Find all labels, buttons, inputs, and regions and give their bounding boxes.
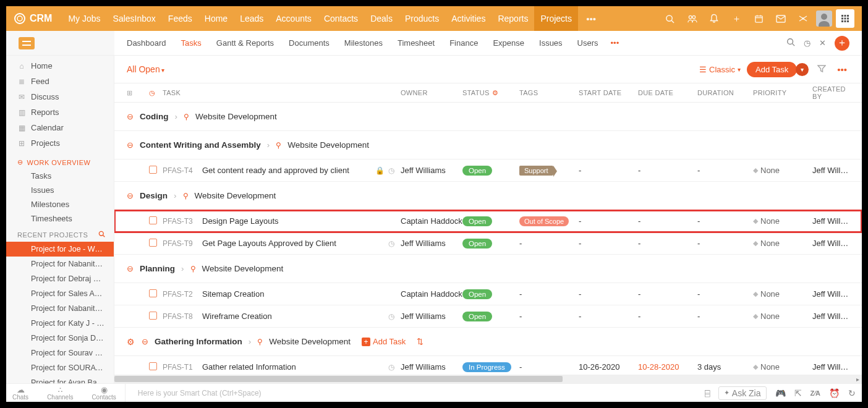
sidebar-item-calendar[interactable]: ▦Calendar — [6, 120, 114, 135]
sidebar-work-milestones[interactable]: Milestones — [6, 197, 114, 211]
status-settings-icon[interactable]: ⚙ — [492, 89, 498, 97]
column-config-icon[interactable]: ⊞ — [127, 89, 132, 97]
col-status[interactable]: STATUS⚙ — [462, 89, 519, 97]
task-checkbox[interactable] — [149, 216, 157, 224]
smart-chat-input[interactable]: Here is your Smart Chat (Ctrl+Space) — [125, 384, 696, 402]
subnav-gantt-reports[interactable]: Gantt & Reports — [216, 38, 274, 48]
task-group[interactable]: ⊖Planning›⚲Website Development — [114, 255, 862, 283]
task-name[interactable]: Design Page Layouts — [202, 216, 279, 226]
task-start[interactable]: - — [579, 166, 638, 175]
task-created-by[interactable]: Jeff William — [812, 312, 849, 321]
col-tags[interactable]: TAGS — [519, 89, 579, 96]
task-name[interactable]: Get content ready and approved by client — [202, 166, 349, 175]
task-name[interactable]: Get Page Layouts Approved by Client — [202, 239, 336, 248]
task-name[interactable]: Gather related Information — [202, 362, 296, 372]
task-checkbox[interactable] — [149, 239, 157, 247]
collapse-group-icon[interactable]: ⊖ — [142, 337, 148, 346]
topnav-leads[interactable]: Leads — [234, 6, 270, 31]
horizontal-scrollbar[interactable]: ◂ ▸ — [114, 375, 862, 383]
cast-icon[interactable]: ⌸ — [705, 388, 710, 398]
subnav-tasks[interactable]: Tasks — [181, 38, 202, 48]
task-created-by[interactable]: Jeff William — [812, 289, 849, 299]
subnav-issues[interactable]: Issues — [539, 38, 563, 48]
task-owner[interactable]: Jeff Williams — [401, 312, 462, 321]
task-priority[interactable]: None — [753, 166, 812, 175]
group-project[interactable]: Website Development — [287, 140, 369, 150]
collapse-group-icon[interactable]: ⊖ — [127, 191, 134, 200]
scrollbar-thumb[interactable] — [114, 376, 563, 382]
alarm-icon[interactable]: ⏰ — [829, 388, 840, 398]
task-name[interactable]: Wireframe Creation — [202, 312, 272, 321]
task-priority[interactable]: None — [753, 289, 812, 299]
col-due[interactable]: DUE DATE — [638, 89, 697, 96]
task-row[interactable]: PFAS-T1Gather related Information◷Jeff W… — [114, 356, 862, 375]
sidebar-work-timesheets[interactable]: Timesheets — [6, 211, 114, 226]
task-checkbox[interactable] — [149, 166, 157, 174]
status-pill[interactable]: Open — [462, 216, 492, 226]
footer-channels[interactable]: ⛬Channels — [47, 386, 73, 401]
recent-project[interactable]: Project for Sonja Dunda — [6, 331, 114, 346]
module-icon[interactable] — [19, 37, 35, 49]
view-dropdown[interactable]: Classic — [699, 65, 741, 74]
recent-project[interactable]: Project for Debraj Ray - — [6, 271, 114, 286]
create-new-button[interactable]: ＋ — [835, 36, 849, 51]
footer-chats[interactable]: ☁Chats — [12, 386, 28, 401]
col-duration[interactable]: DURATION — [697, 89, 753, 96]
sidebar-work-issues[interactable]: Issues — [6, 183, 114, 197]
task-owner[interactable]: Jeff Williams — [401, 166, 462, 175]
task-owner[interactable]: Captain Haddock — [401, 216, 462, 226]
ask-zia-button[interactable]: ✦ Ask Zia — [718, 386, 767, 400]
apps-grid-icon[interactable] — [836, 9, 854, 28]
topnav-accounts[interactable]: Accounts — [270, 6, 318, 31]
more-menu-icon[interactable]: ••• — [582, 9, 600, 28]
task-tags[interactable]: - — [519, 239, 579, 248]
group-project[interactable]: Website Development — [195, 112, 277, 121]
sidebar-item-projects[interactable]: ⊞Projects — [6, 135, 114, 151]
task-checkbox[interactable] — [149, 289, 157, 297]
col-start[interactable]: START DATE — [579, 89, 638, 96]
add-task-button[interactable]: Add Task — [747, 62, 797, 77]
more-actions-icon[interactable]: ••• — [835, 64, 849, 75]
collapse-group-icon[interactable]: ⊖ — [127, 264, 134, 273]
task-owner[interactable]: Jeff Williams — [401, 362, 462, 372]
settings-icon[interactable] — [794, 9, 812, 28]
footer-contacts[interactable]: ◉Contacts — [91, 386, 116, 401]
task-duration[interactable]: 3 days — [697, 362, 753, 372]
brand-logo[interactable]: CRM — [14, 12, 52, 25]
task-created-by[interactable]: Jeff William — [812, 216, 849, 226]
topnav-salesinbox[interactable]: SalesInbox — [107, 6, 162, 31]
status-pill[interactable]: Open — [462, 166, 492, 176]
subnav-documents[interactable]: Documents — [289, 38, 330, 48]
col-priority[interactable]: PRIORITY — [753, 89, 812, 96]
group-project[interactable]: Website Development — [195, 191, 276, 200]
task-due[interactable]: 10-28-2020 — [638, 362, 697, 372]
col-owner[interactable]: OWNER — [401, 89, 462, 96]
col-created[interactable]: CREATED BY — [812, 85, 849, 100]
recent-search-icon[interactable] — [98, 231, 105, 239]
search-icon[interactable] — [660, 9, 679, 28]
subnav-users[interactable]: Users — [577, 38, 598, 48]
task-group[interactable]: ⊖Content Writing and Assembly›⚲Website D… — [114, 131, 862, 159]
task-start[interactable]: - — [579, 239, 638, 248]
filter-dropdown[interactable]: All Open — [127, 64, 164, 74]
gamepad-icon[interactable]: 🎮 — [775, 388, 786, 398]
task-due[interactable]: - — [638, 166, 697, 175]
group-project[interactable]: Website Development — [202, 264, 284, 273]
add-icon[interactable]: ＋ — [727, 9, 746, 28]
task-tags[interactable]: Out of Scope — [519, 216, 579, 226]
task-priority[interactable]: None — [753, 239, 812, 248]
recent-project[interactable]: Project for Joe - Web D — [6, 242, 114, 257]
task-duration[interactable]: - — [697, 239, 753, 248]
task-created-by[interactable]: Jeff William — [812, 166, 849, 175]
topnav-activities[interactable]: Activities — [445, 6, 491, 31]
add-task-inline[interactable]: Add Task — [362, 337, 406, 346]
task-start[interactable]: - — [579, 312, 638, 321]
topnav-deals[interactable]: Deals — [364, 6, 399, 31]
topnav-home[interactable]: Home — [198, 6, 234, 31]
recent-project[interactable]: Project for Sourav Bane — [6, 346, 114, 360]
sidebar-work-tasks[interactable]: Tasks — [6, 169, 114, 183]
subnav-finance[interactable]: Finance — [449, 38, 478, 48]
task-owner[interactable]: Captain Haddock — [401, 289, 462, 299]
timer-icon[interactable]: ◷ — [804, 38, 811, 48]
scroll-right-icon[interactable]: ▸ — [853, 375, 862, 383]
